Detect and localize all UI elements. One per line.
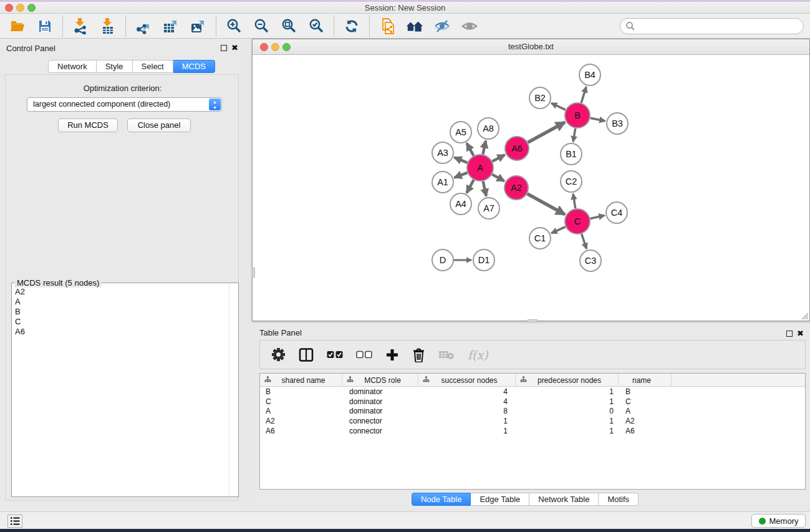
- cell[interactable]: 1: [516, 417, 619, 425]
- edge-B-B4[interactable]: [581, 87, 586, 103]
- cell[interactable]: 1: [418, 417, 516, 425]
- zoom-window-button[interactable]: [27, 4, 36, 12]
- float-table-panel-icon[interactable]: [786, 331, 793, 337]
- zoom-in-icon[interactable]: [225, 17, 243, 35]
- cell[interactable]: 1: [418, 427, 516, 435]
- cell[interactable]: dominator: [342, 407, 418, 415]
- import-network-icon[interactable]: [72, 17, 89, 35]
- open-session-icon[interactable]: [9, 17, 26, 35]
- show-all-icon[interactable]: [461, 17, 478, 35]
- edge-A-A2[interactable]: [492, 175, 504, 181]
- close-window-button[interactable]: [5, 4, 13, 12]
- float-panel-icon[interactable]: [221, 45, 227, 51]
- cell[interactable]: dominator: [342, 397, 418, 406]
- cell[interactable]: 4: [418, 387, 516, 396]
- delete-table-icon[interactable]: [438, 349, 455, 360]
- edge-C-C3[interactable]: [582, 234, 587, 249]
- result-item[interactable]: A: [15, 297, 229, 307]
- task-history-button[interactable]: [7, 515, 22, 528]
- cell[interactable]: A: [619, 407, 672, 415]
- refresh-icon[interactable]: [343, 17, 360, 35]
- network-graph-canvas[interactable]: AA1A2A3A4A5A6A7A8BB1B2B3B4CC1C2C3C4DD1: [253, 55, 809, 321]
- column-header-successor-nodes[interactable]: successor nodes: [418, 374, 516, 387]
- result-item[interactable]: C: [15, 317, 229, 327]
- zoom-out-icon[interactable]: [253, 17, 270, 35]
- edge-C-C1[interactable]: [551, 227, 566, 233]
- table-row[interactable]: Cdominator41C: [260, 397, 805, 407]
- node-table[interactable]: shared nameMCDS rolesuccessor nodesprede…: [259, 373, 806, 490]
- edge-A-A1[interactable]: [455, 173, 468, 178]
- resize-grip-icon[interactable]: [800, 311, 809, 320]
- home-icon[interactable]: [406, 17, 423, 35]
- column-header-MCDS-role[interactable]: MCDS role: [342, 374, 418, 387]
- network-window-titlebar[interactable]: testGlobe.txt: [253, 39, 809, 55]
- delete-column-icon[interactable]: [412, 347, 425, 362]
- edge-A-A8[interactable]: [483, 141, 486, 155]
- split-view-icon[interactable]: [299, 348, 314, 362]
- tab-style[interactable]: Style: [97, 60, 133, 73]
- table-row[interactable]: Adominator80A: [260, 407, 805, 417]
- cell[interactable]: 1: [516, 397, 619, 406]
- cell[interactable]: B: [260, 387, 342, 396]
- bottom-splitter-handle[interactable]: [528, 319, 538, 322]
- table-tab-node-table[interactable]: Node Table: [412, 493, 471, 506]
- edge-B-B1[interactable]: [573, 128, 575, 142]
- left-splitter-handle[interactable]: [252, 268, 255, 278]
- table-row[interactable]: A2connector11A2: [260, 416, 805, 426]
- table-tab-edge-table[interactable]: Edge Table: [471, 493, 529, 506]
- memory-button[interactable]: Memory: [751, 514, 806, 528]
- cell[interactable]: 8: [418, 407, 516, 415]
- criterion-dropdown[interactable]: largest connected component (directed) ▲…: [27, 97, 222, 112]
- run-mcds-button[interactable]: Run MCDS: [58, 118, 118, 132]
- edge-B-B3[interactable]: [591, 118, 605, 121]
- import-table-icon[interactable]: [99, 17, 117, 35]
- select-all-icon[interactable]: [327, 351, 343, 359]
- close-table-panel-icon[interactable]: ✖: [797, 330, 804, 337]
- tab-network[interactable]: Network: [48, 60, 97, 73]
- edge-A-A5[interactable]: [467, 143, 474, 156]
- save-session-icon[interactable]: [36, 17, 54, 35]
- export-image-icon[interactable]: [190, 17, 207, 35]
- cell[interactable]: connector: [342, 427, 418, 435]
- cell[interactable]: dominator: [342, 387, 418, 396]
- settings-gear-icon[interactable]: [271, 347, 286, 362]
- export-table-icon[interactable]: [162, 17, 180, 35]
- result-item[interactable]: B: [15, 307, 229, 317]
- cell[interactable]: 4: [418, 397, 516, 406]
- mcds-result-list[interactable]: A2ABCA6: [12, 286, 229, 496]
- edge-B-B2[interactable]: [551, 103, 566, 110]
- table-tab-network-table[interactable]: Network Table: [529, 493, 599, 506]
- close-panel-icon[interactable]: ✖: [231, 44, 238, 52]
- cell[interactable]: B: [619, 387, 672, 396]
- cell[interactable]: connector: [342, 417, 418, 425]
- export-network-icon[interactable]: [135, 17, 152, 35]
- cell[interactable]: 1: [516, 387, 619, 396]
- edge-A-A3[interactable]: [455, 157, 468, 162]
- edge-C-C2[interactable]: [573, 194, 576, 208]
- add-column-icon[interactable]: [385, 348, 399, 362]
- minimize-network-button[interactable]: [271, 43, 279, 51]
- result-item[interactable]: A2: [15, 287, 229, 297]
- table-tab-motifs[interactable]: Motifs: [599, 493, 639, 506]
- cell[interactable]: C: [619, 397, 672, 406]
- zoom-selected-icon[interactable]: [307, 17, 325, 35]
- tab-select[interactable]: Select: [133, 60, 173, 73]
- column-header-shared-name[interactable]: shared name: [260, 374, 342, 387]
- duplicate-network-icon[interactable]: [378, 17, 396, 35]
- table-row[interactable]: Bdominator41B: [260, 387, 805, 397]
- zoom-fit-icon[interactable]: [280, 17, 297, 35]
- close-network-button[interactable]: [260, 43, 268, 51]
- minimize-window-button[interactable]: [16, 4, 24, 12]
- cell[interactable]: 0: [516, 407, 619, 415]
- table-row[interactable]: A6connector11A6: [260, 426, 805, 436]
- cell[interactable]: A2: [619, 417, 672, 425]
- edge-A6-B[interactable]: [528, 122, 565, 142]
- close-panel-button[interactable]: Close panel: [127, 118, 191, 132]
- cell[interactable]: A2: [260, 417, 342, 425]
- tab-mcds[interactable]: MCDS: [173, 60, 215, 73]
- cell[interactable]: A6: [619, 427, 672, 435]
- cell[interactable]: A: [260, 407, 342, 415]
- cell[interactable]: A6: [260, 427, 342, 435]
- result-item[interactable]: A6: [15, 327, 229, 337]
- function-builder-icon[interactable]: f(x): [468, 348, 488, 362]
